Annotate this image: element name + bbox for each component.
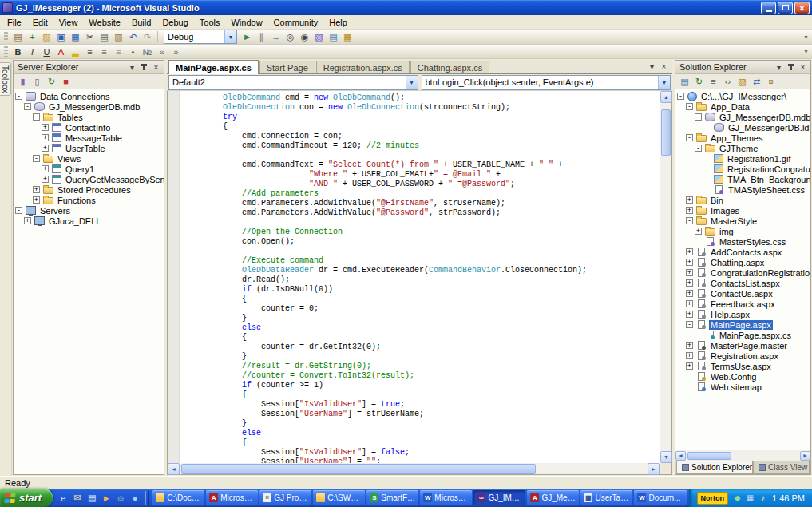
editor-tab-chatting-aspx-cs[interactable]: Chatting.aspx.cs	[410, 61, 489, 73]
code-line[interactable]: OleDbDataReader dr = cmd.ExecuteReader(C…	[184, 266, 660, 275]
scroll-left-icon[interactable]: ◄	[675, 451, 686, 461]
code-line[interactable]: else	[184, 323, 660, 333]
server-explorer-item-stored-procedures[interactable]: +Stored Procedures	[14, 184, 164, 195]
expander-minus-icon[interactable]: -	[695, 113, 702, 121]
member-combo[interactable]: btnLogin_Click(object sender, EventArgs …	[422, 75, 671, 90]
expander-plus-icon[interactable]: +	[686, 300, 693, 307]
server-explorer-item-data-connections[interactable]: -Data Connections	[14, 91, 164, 101]
expander-plus-icon[interactable]: +	[686, 362, 693, 370]
taskbar-button-usertabl[interactable]: ▦UserTabl...	[580, 490, 632, 505]
undo-icon[interactable]: ↶	[126, 30, 140, 43]
indent-decrease-icon[interactable]: «	[155, 46, 168, 58]
bullets-icon[interactable]: •	[126, 46, 140, 58]
code-line[interactable]: if (counter >= 1)	[184, 381, 660, 390]
menu-item-build[interactable]: Build	[126, 16, 156, 29]
view-designer-icon[interactable]: ▧	[735, 75, 749, 88]
solution-explorer-item-registration-aspx[interactable]: +Registration.aspx	[675, 351, 810, 361]
expander-plus-icon[interactable]: +	[24, 217, 31, 224]
media-player-icon[interactable]: ►	[100, 492, 113, 505]
solution-explorer-item-img[interactable]: +img	[675, 226, 810, 236]
paste-icon[interactable]: ▥	[112, 30, 125, 43]
restore-button[interactable]	[778, 2, 793, 14]
code-line[interactable]: OleDbConnection con = new OleDbConnectio…	[184, 103, 660, 113]
server-explorer-item-usertable[interactable]: +UserTable	[14, 143, 164, 153]
code-line[interactable]: cmd.CommandText = "Select Count(*) from …	[184, 160, 660, 170]
tab-list-icon[interactable]: ▾	[646, 61, 658, 72]
server-explorer-item-messagetable[interactable]: +MessageTable	[14, 133, 164, 143]
code-line[interactable]: Session["IsValidUser"] = true;	[184, 400, 660, 410]
expander-plus-icon[interactable]: +	[42, 134, 49, 141]
expander-minus-icon[interactable]: -	[15, 93, 22, 100]
taskbar-button-gj-progr[interactable]: ≡GJ Progr...	[259, 490, 311, 505]
solution-explorer-item-registrationcongratulations-gif[interactable]: RegistrationCongratulations.gif	[675, 164, 810, 174]
code-line[interactable]: }	[184, 314, 660, 323]
code-line[interactable]: cmd.CommandTimeout = 120; //2 minutes	[184, 141, 660, 151]
close-icon[interactable]: ×	[797, 61, 809, 73]
server-explorer-item-query1[interactable]: +Query1	[14, 164, 164, 174]
solution-explorer-item-masterpage-master[interactable]: +MasterPage.master	[675, 340, 810, 351]
internet-explorer-icon[interactable]: e	[57, 492, 69, 505]
chevron-down-icon[interactable]: ▼	[658, 76, 670, 89]
close-document-icon[interactable]: ×	[658, 61, 670, 72]
toolbar-options-icon[interactable]: ▾	[802, 48, 810, 55]
numbering-icon[interactable]: №	[141, 46, 154, 58]
code-line[interactable]	[184, 247, 660, 256]
code-text[interactable]: OleDbCommand cmd = new OleDbCommand(); O…	[180, 91, 660, 463]
add-new-item-icon[interactable]: +	[26, 30, 39, 43]
find-in-files-icon[interactable]: ◉	[298, 30, 311, 43]
solution-explorer-item-gjtheme[interactable]: -GJTheme	[675, 143, 810, 153]
taskbar-button-smartft[interactable]: SSmartFT...	[366, 490, 418, 505]
server-explorer-item-functions[interactable]: +Functions	[14, 195, 164, 205]
expander-minus-icon[interactable]: -	[24, 103, 31, 110]
expander-minus-icon[interactable]: -	[33, 113, 40, 121]
highlight-icon[interactable]: ▂	[69, 46, 82, 58]
server-explorer-item-querygetmessagebysender[interactable]: +QueryGetMessageBySender	[14, 174, 164, 184]
server-explorer-item-servers[interactable]: -Servers	[14, 205, 164, 216]
taskbar-button-microsoft[interactable]: WMicrosoft...	[420, 490, 472, 505]
code-line[interactable]: Session["UserName"] = "";	[184, 457, 660, 463]
italic-icon[interactable]: I	[26, 46, 39, 58]
view-code-icon[interactable]: ‹›	[721, 75, 735, 88]
toolbar-options-icon[interactable]: ▾	[802, 34, 810, 41]
browser-icon[interactable]: ●	[129, 492, 141, 505]
solution-explorer-item-gj-messengerdb-ldb[interactable]: GJ_MessengerDB.ldb	[675, 122, 810, 133]
scroll-up-icon[interactable]: ▲	[660, 91, 672, 103]
solution-explorer-item-images[interactable]: +Images	[675, 205, 810, 216]
server-explorer-item-gj-messengerdb-mdb[interactable]: -GJ_MessengerDB.mdb	[14, 101, 164, 112]
solution-explorer-item-registration1-gif[interactable]: Registration1.gif	[675, 153, 810, 164]
step-over-icon[interactable]: →	[269, 30, 283, 43]
expander-plus-icon[interactable]: +	[686, 207, 693, 214]
expander-plus-icon[interactable]: +	[686, 311, 693, 318]
open-file-icon[interactable]: ▨	[40, 30, 53, 43]
taskbar-button-c-sw51[interactable]: C:\SW51...	[313, 490, 365, 505]
expander-minus-icon[interactable]: -	[686, 321, 693, 328]
code-line[interactable]: Session["IsValidUser"] = false;	[184, 448, 660, 457]
scroll-right-icon[interactable]: ►	[648, 463, 660, 475]
expander-plus-icon[interactable]: +	[686, 269, 693, 276]
expander-minus-icon[interactable]: -	[33, 155, 40, 162]
code-line[interactable]: counter = 0;	[184, 304, 660, 314]
panel-tab-solution-explorer[interactable]: Solution Explorer	[676, 461, 753, 474]
expander-minus-icon[interactable]: -	[15, 207, 22, 214]
toolbar-grip[interactable]	[4, 32, 8, 42]
expander-plus-icon[interactable]: +	[686, 248, 693, 255]
align-center-icon[interactable]: ≡	[97, 46, 111, 58]
solution-explorer-item-mainpage-aspx[interactable]: -MainPage.aspx	[675, 319, 810, 330]
server-explorer-item-tables[interactable]: -Tables	[14, 112, 164, 122]
expander-plus-icon[interactable]: +	[695, 228, 702, 235]
solution-explorer-item-app-themes[interactable]: -App_Themes	[675, 133, 810, 143]
new-text-file-icon[interactable]: ▤	[11, 30, 25, 43]
code-line[interactable]: cmd.Connection = con;	[184, 132, 660, 141]
code-line[interactable]: //Add parameters	[184, 189, 660, 199]
align-left-icon[interactable]: ≡	[83, 46, 97, 58]
toolbar-grip[interactable]	[4, 46, 8, 57]
start-button[interactable]: start	[0, 489, 53, 507]
solution-explorer-item-gj-messengerdb-mdb[interactable]: -GJ_MessengerDB.mdb	[675, 112, 810, 122]
menu-item-edit[interactable]: Edit	[27, 16, 53, 29]
underline-icon[interactable]: U	[40, 46, 53, 58]
pin-icon[interactable]	[138, 61, 150, 73]
server-explorer-item-views[interactable]: -Views	[14, 153, 164, 164]
properties-window-icon[interactable]: ▤	[327, 30, 340, 43]
refresh-icon[interactable]: ↻	[692, 75, 706, 88]
taskbar-button-c-docu[interactable]: C:\Docu...	[152, 490, 204, 505]
